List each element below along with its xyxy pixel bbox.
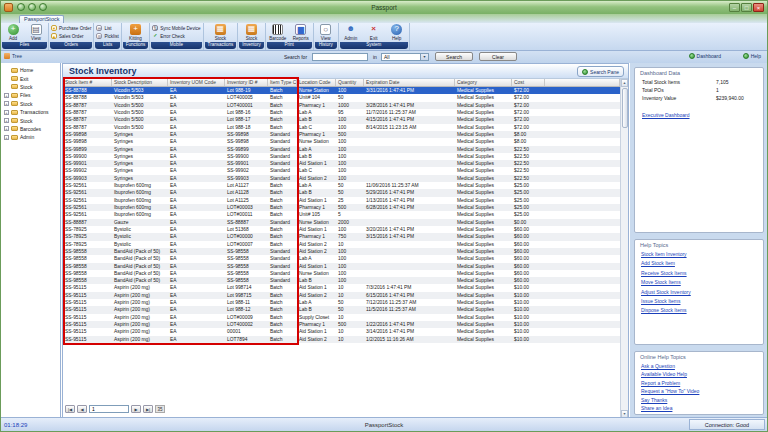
help-link-say-thanks[interactable]: Say Thanks bbox=[641, 397, 759, 405]
tree-expand-icon[interactable]: + bbox=[4, 126, 9, 131]
help-button[interactable]: ?Help bbox=[386, 24, 408, 41]
table-row[interactable]: SS-98558BandAid (Pack of 50)EASS-98558St… bbox=[63, 263, 620, 270]
clear-button[interactable]: Clear bbox=[479, 52, 517, 61]
table-row[interactable]: SS-92561Ibuprofen 600mgEALOT#00003BatchP… bbox=[63, 204, 620, 211]
table-row[interactable]: SS-99899SyringesEASS-99899StandardLab A1… bbox=[63, 146, 620, 153]
table-row[interactable]: SS-99898SyringesEASS-99898StandardPharma… bbox=[63, 131, 620, 138]
column-header-quantity[interactable]: Quantity bbox=[336, 79, 364, 86]
column-header-stock-description[interactable]: Stock Description bbox=[112, 79, 168, 86]
stock-button[interactable]: ▦Stock bbox=[209, 24, 231, 41]
previous-page-button[interactable]: ◀ bbox=[77, 405, 87, 413]
purchase-order-button[interactable]: ▼Purchase Order bbox=[50, 24, 92, 32]
help-link-add-stock-item[interactable]: Add Stock Item bbox=[641, 260, 759, 269]
sidebar-item-home[interactable]: Home bbox=[1, 66, 60, 74]
sidebar-item-files[interactable]: +Files bbox=[1, 91, 60, 99]
table-row[interactable]: SS-95115Aspirin (200 mg)EALOT400002Batch… bbox=[63, 321, 620, 328]
list-button[interactable]: ▤List bbox=[95, 24, 112, 32]
column-header-location-code[interactable]: Location Code bbox=[297, 79, 336, 86]
table-row[interactable]: SS-95115Aspirin (200 mg)EALot 998715Batc… bbox=[63, 292, 620, 299]
sidebar-item-stock[interactable]: +Stock bbox=[1, 116, 60, 124]
help-link-dispose-stock-items[interactable]: Dispose Stock Items bbox=[641, 307, 759, 316]
first-page-button[interactable]: |◀ bbox=[65, 405, 75, 413]
column-header-category[interactable]: Category bbox=[455, 79, 512, 86]
table-row[interactable]: SS-98558BandAid (Pack of 50)EASS-98558St… bbox=[63, 270, 620, 277]
table-row[interactable]: SS-95115Aspirin (200 mg)EA00001BatchAid … bbox=[63, 328, 620, 335]
help-link-stock-item-inventory[interactable]: Stock Item Inventory bbox=[641, 251, 759, 260]
help-link-available-video-help[interactable]: Available Video Help bbox=[641, 371, 759, 379]
table-row[interactable]: SS-98558BandAid (Pack of 50)EASS-98558St… bbox=[63, 248, 620, 255]
search-scope-select[interactable]: All ▼ bbox=[381, 53, 429, 61]
picklist-button[interactable]: ▥Picklist bbox=[95, 32, 119, 40]
help-link-request-a-how-to-video[interactable]: Request a "How To" Video bbox=[641, 388, 759, 396]
tree-expand-icon[interactable]: + bbox=[4, 101, 9, 106]
search-pane-button[interactable]: Search Pane bbox=[577, 66, 624, 77]
scrollbar-thumb[interactable] bbox=[622, 88, 628, 128]
add-button[interactable]: +Add bbox=[2, 24, 24, 41]
tree-expand-icon[interactable]: + bbox=[4, 93, 9, 98]
sales-order-button[interactable]: ▲Sales Order bbox=[50, 32, 85, 40]
minimize-button[interactable]: – bbox=[729, 3, 740, 12]
reports-button[interactable]: ▆Reports bbox=[290, 24, 312, 41]
table-row[interactable]: SS-78925BystolicEALOT#00000BatchPharmacy… bbox=[63, 233, 620, 240]
table-row[interactable]: SS-99901SyringesEASS-99901StandardAid St… bbox=[63, 160, 620, 167]
table-row[interactable]: SS-88887GauzeEASS-88887StandardNurse Sta… bbox=[63, 219, 620, 226]
table-row[interactable]: SS-88788Vicodin 5/503EALot 988-19BatchNu… bbox=[63, 87, 620, 94]
kitting-button[interactable]: +Kitting bbox=[124, 24, 146, 41]
table-row[interactable]: SS-95115Aspirin (200 mg)EALOT7894BatchAi… bbox=[63, 336, 620, 343]
column-header-inventory-uom-code[interactable]: Inventory UOM Code bbox=[168, 79, 225, 86]
tab-passportstock[interactable]: PassportStock bbox=[19, 15, 64, 23]
table-row[interactable]: SS-95115Aspirin (200 mg)EALOT#00009Batch… bbox=[63, 314, 620, 321]
table-row[interactable]: SS-92561Ibuprofen 600mgEALot A1125BatchA… bbox=[63, 197, 620, 204]
table-row[interactable]: SS-88787Vicodin 5/500EALot 988-18BatchLa… bbox=[63, 124, 620, 131]
column-header-inventory-id[interactable]: Inventory ID # bbox=[225, 79, 268, 86]
vertical-scrollbar[interactable]: ▲ ▼ bbox=[620, 79, 628, 418]
column-header-stock-item[interactable]: Stock Item # bbox=[63, 79, 112, 86]
table-row[interactable]: SS-95115Aspirin (200 mg)EALot 998714Batc… bbox=[63, 284, 620, 291]
tree-panel-header[interactable]: Tree bbox=[4, 53, 22, 59]
table-row[interactable]: SS-92561Ibuprofen 600mgEALot A1127BatchL… bbox=[63, 182, 620, 189]
table-row[interactable]: SS-78925BystolicEALot 51368BatchAid Stat… bbox=[63, 226, 620, 233]
help-link-report-a-problem[interactable]: Report a Problem bbox=[641, 380, 759, 388]
column-header-cost[interactable]: Cost bbox=[512, 79, 545, 86]
table-row[interactable]: SS-99898SyringesEASS-99898StandardNurse … bbox=[63, 138, 620, 145]
search-button[interactable]: Search bbox=[435, 52, 473, 61]
table-row[interactable]: SS-78925BystolicEALOT#00007BatchAid Stat… bbox=[63, 241, 620, 248]
sidebar-item-transactions[interactable]: +Transactions bbox=[1, 108, 60, 116]
tree-expand-icon[interactable]: + bbox=[4, 118, 9, 123]
sidebar-item-barcodes[interactable]: +Barcodes bbox=[1, 125, 60, 133]
table-row[interactable]: SS-95115Aspirin (200 mg)EALot 988-11Batc… bbox=[63, 299, 620, 306]
dashboard-toggle-button[interactable]: Dashboard bbox=[689, 53, 721, 59]
help-link-adjust-stock-inventory[interactable]: Adjust Stock Inventory bbox=[641, 289, 759, 298]
executive-dashboard-link[interactable]: Executive Dashboard bbox=[642, 112, 690, 118]
next-page-button[interactable]: ▶ bbox=[131, 405, 141, 413]
help-link-share-an-idea[interactable]: Share an Idea bbox=[641, 405, 759, 413]
column-header-expiration-date[interactable]: Expiration Date bbox=[364, 79, 455, 86]
help-toggle-button[interactable]: Help bbox=[743, 53, 761, 59]
table-row[interactable]: SS-99902SyringesEASS-99902StandardLab C1… bbox=[63, 167, 620, 174]
help-link-ask-a-question[interactable]: Ask a Question bbox=[641, 363, 759, 371]
page-number-input[interactable] bbox=[89, 405, 129, 413]
table-row[interactable]: SS-88787Vicodin 5/500EALot 988-17BatchLa… bbox=[63, 116, 620, 123]
stock-button[interactable]: ▦Stock bbox=[240, 24, 262, 41]
table-row[interactable]: SS-95115Aspirin (200 mg)EALot 988-12Batc… bbox=[63, 306, 620, 313]
view-button[interactable]: ▤View bbox=[25, 24, 47, 41]
sync-mobile-device-button[interactable]: ⇅Sync Mobile Device bbox=[151, 24, 201, 32]
close-button[interactable]: × bbox=[753, 3, 764, 12]
view-button[interactable]: ○View bbox=[315, 24, 337, 41]
error-check-button[interactable]: ✓Error Check bbox=[151, 32, 186, 40]
table-row[interactable]: SS-98558BandAid (Pack of 50)EASS-98558St… bbox=[63, 277, 620, 284]
help-link-receive-stock-items[interactable]: Receive Stock Items bbox=[641, 270, 759, 279]
barcode-button[interactable]: Barcode bbox=[267, 24, 289, 41]
maximize-button[interactable]: □ bbox=[741, 3, 752, 12]
sidebar-item-stock[interactable]: Stock bbox=[1, 83, 60, 91]
sidebar-item-exit[interactable]: Exit bbox=[1, 74, 60, 82]
table-row[interactable]: SS-99900SyringesEASS-99900StandardLab B1… bbox=[63, 153, 620, 160]
table-row[interactable]: SS-88788Vicodin 5/503EALOT400005BatchUni… bbox=[63, 94, 620, 101]
tree-expand-icon[interactable]: + bbox=[4, 135, 9, 140]
sidebar-item-stock[interactable]: +Stock bbox=[1, 100, 60, 108]
table-row[interactable]: SS-88787Vicodin 5/500EALOT400001BatchPha… bbox=[63, 102, 620, 109]
column-header-item-type-code[interactable]: Item Type Code bbox=[268, 79, 297, 86]
exit-button[interactable]: ×Exit bbox=[363, 24, 385, 41]
table-row[interactable]: SS-98558BandAid (Pack of 50)EASS-98558St… bbox=[63, 255, 620, 262]
search-input[interactable] bbox=[312, 53, 368, 61]
